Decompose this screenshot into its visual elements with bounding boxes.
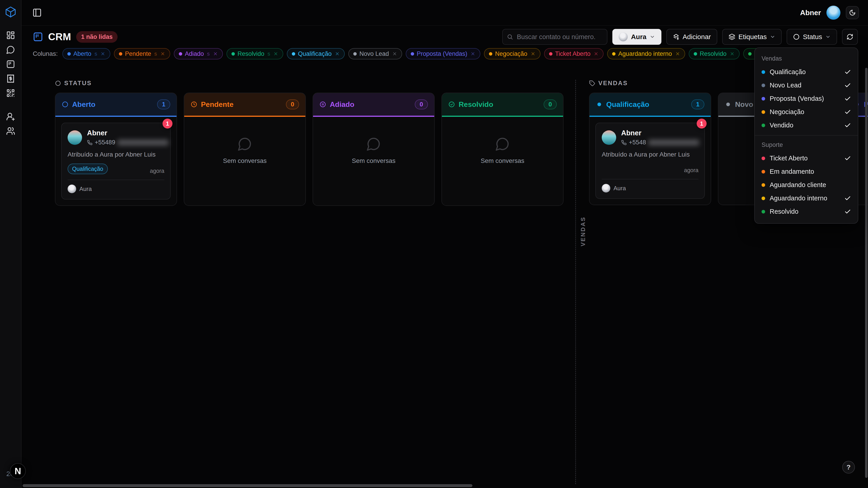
close-icon[interactable] [335,51,340,56]
theme-toggle-button[interactable] [846,6,859,19]
chevron-down-icon [770,34,775,39]
column-header[interactable]: Resolvido 0 [442,93,563,116]
etiqueta-label: Proposta (Vendas) [770,95,824,102]
add-button[interactable]: Adicionar [666,29,717,45]
etiqueta-label: Ticket Aberto [770,155,808,162]
column-chip[interactable]: Aberto s [62,48,111,59]
agent-name: Aura [79,186,92,193]
column-chip[interactable]: Resolvido s [226,48,283,59]
sidebar-item-dashboard[interactable] [4,29,18,42]
etiqueta-color-dot [762,197,765,200]
conversation-card[interactable]: 1 Abner +55489 Atribuído a [61,123,170,199]
chip-color-dot [549,52,553,56]
sidebar-item-crm-board[interactable] [4,57,18,71]
help-button[interactable]: ? [842,461,855,474]
column-chip[interactable]: Pendente s [114,48,170,59]
circle-icon [793,33,800,40]
status-button[interactable]: Status [786,29,837,45]
close-icon[interactable] [470,51,475,56]
chip-label: Qualificação [298,51,332,57]
column-chip[interactable]: Ticket Aberto [544,48,604,59]
column-chip[interactable]: Negociação [484,48,540,59]
column-header[interactable]: Adiado 0 [313,93,434,116]
search-input[interactable] [502,29,608,45]
unread-count-badge: 1 [697,119,707,129]
user-avatar[interactable] [827,6,840,20]
etiqueta-color-dot [762,183,765,187]
agent-selector-button[interactable]: Aura [612,29,661,45]
vertical-scrollbar[interactable] [865,68,868,478]
dev-badge[interactable]: N [10,463,26,479]
sidebar-item-add-contact[interactable] [4,110,18,123]
topbar: Abner [22,0,868,26]
column-chip[interactable]: Aguardando interno [607,48,685,59]
close-icon[interactable] [273,51,278,56]
close-icon[interactable] [100,51,105,56]
status-section-label: STATUS [55,80,563,87]
column-title: Adiado [330,100,354,109]
etiqueta-color-dot [762,157,765,160]
column-header[interactable]: Aberto 1 [55,93,177,116]
empty-state: Sem conversas [190,123,300,178]
etiqueta-menu-item[interactable]: Resolvido [755,205,858,218]
column-chip[interactable]: Adiado s [174,48,223,59]
etiqueta-menu-item[interactable]: Vendido [755,119,858,132]
chip-color-dot [67,52,71,56]
close-icon[interactable] [530,51,535,56]
column-chip[interactable]: Qualificação [287,48,345,59]
etiqueta-menu-item[interactable]: Em andamento [755,165,858,178]
chip-color-dot [612,52,616,56]
timestamp: agora [684,167,699,173]
sidebar-item-billing[interactable] [4,72,18,86]
etiqueta-menu-item[interactable]: Novo Lead [755,78,858,92]
sidebar-item-chats[interactable] [4,43,18,57]
chip-label: Proposta (Vendas) [417,51,467,57]
close-icon[interactable] [675,51,680,56]
contact-name: Abner [87,129,168,137]
page-header: CRM 1 não lidas Aura Adicionar [22,26,868,48]
close-icon[interactable] [594,51,598,56]
etiqueta-menu-item[interactable]: Aguardando interno [755,192,858,205]
chat-bubble-icon [366,136,381,151]
chip-color-dot [119,52,122,56]
close-icon[interactable] [213,51,218,56]
chip-label: Novo Lead [360,51,389,57]
close-icon[interactable] [392,51,397,56]
close-icon[interactable] [160,51,165,56]
etiqueta-group-title: Vendas [755,53,858,65]
column-title: Aberto [72,100,95,109]
etiqueta-menu-item[interactable]: Aguardando cliente [755,178,858,192]
tag-icon [589,80,595,86]
etiqueta-label: Negociação [770,108,804,116]
close-icon[interactable] [730,51,735,56]
column-chip[interactable]: Proposta (Vendas) [406,48,480,59]
refresh-button[interactable] [842,29,858,45]
chip-suffix: s [207,51,210,57]
column-chip[interactable]: Novo Lead [348,48,402,59]
column-header[interactable]: Qualificação 1 [590,93,711,116]
check-icon [844,69,851,75]
horizontal-scrollbar[interactable] [23,484,472,487]
user-name: Abner [800,8,821,17]
etiqueta-menu-item[interactable]: Proposta (Vendas) [755,92,858,105]
etiqueta-menu-item[interactable]: Qualificação [755,65,858,78]
sidebar-toggle-button[interactable] [32,8,42,18]
users-icon [6,127,15,135]
chat-icon [6,45,15,54]
column-chip[interactable]: Resolvido [689,48,740,59]
add-layers-icon [673,33,680,40]
etiqueta-label: Qualificação [770,68,806,76]
conversation-card[interactable]: 1 Abner +5548 Atribuído a A [595,123,705,199]
etiqueta-color-dot [762,84,765,87]
sidebar-item-contacts[interactable] [4,124,18,138]
column-icon [596,101,602,108]
agent-avatar [68,185,76,193]
labels-button[interactable]: Etiquetas [722,29,782,45]
refresh-icon [846,33,853,40]
kanban-column: Adiado 0 Sem conversas [313,93,435,206]
etiqueta-menu-item[interactable]: Ticket Aberto [755,152,858,165]
sidebar-item-qr-code[interactable] [4,86,18,100]
kanban-icon [33,32,43,42]
etiqueta-menu-item[interactable]: Negociação [755,105,858,119]
column-header[interactable]: Pendente 0 [184,93,305,116]
